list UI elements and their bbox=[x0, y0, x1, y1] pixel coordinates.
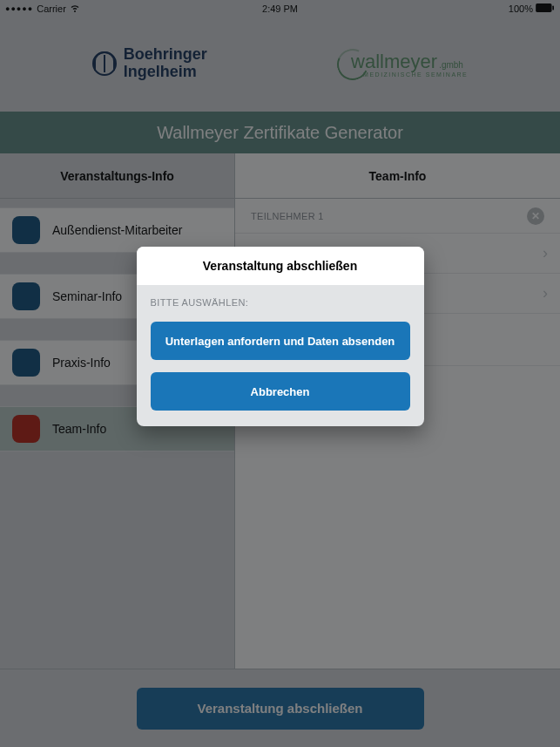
confirm-dialog: Veranstaltung abschließen BITTE AUSWÄHLE… bbox=[137, 247, 424, 426]
cancel-button-label: Abbrechen bbox=[251, 385, 310, 398]
dialog-title: Veranstaltung abschließen bbox=[137, 247, 424, 285]
dialog-title-text: Veranstaltung abschließen bbox=[203, 259, 357, 273]
dialog-body: BITTE AUSWÄHLEN: Unterlagen anfordern un… bbox=[137, 285, 424, 426]
submit-button-label: Unterlagen anfordern und Daten absenden bbox=[165, 335, 395, 348]
submit-button[interactable]: Unterlagen anfordern und Daten absenden bbox=[151, 322, 410, 360]
dialog-subtitle: BITTE AUSWÄHLEN: bbox=[151, 297, 410, 308]
cancel-button[interactable]: Abbrechen bbox=[151, 372, 410, 411]
